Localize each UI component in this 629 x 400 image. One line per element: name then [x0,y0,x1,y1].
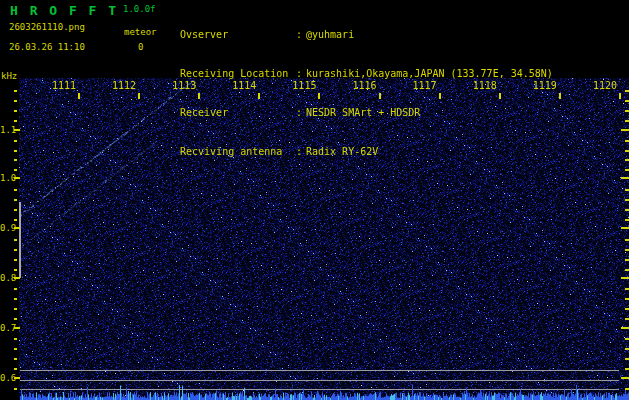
freq-tick-major [14,327,20,329]
freq-tick-minor [625,259,629,261]
freq-tick-minor [625,249,629,251]
app-title: H R O F F T [10,3,118,18]
info-value: Radix RY-62V [306,145,378,158]
freq-tick-minor [625,219,629,221]
info-separator: : [296,106,306,119]
freq-tick-major [621,227,629,229]
time-tick-label: 1117 [411,80,437,91]
time-tick-label: 1115 [290,80,316,91]
freq-tick-minor [14,150,17,152]
station-info-block: Ovserver:@yuhmari Receiving Location:kur… [180,2,553,184]
freq-tick-minor [14,368,17,370]
time-tick-label: 1120 [591,80,617,91]
freq-tick-major [621,129,629,131]
hrofft-window: H R O F F T 1.0.0f 2603261110.png meteor… [0,0,629,400]
info-label: Receiver [180,106,296,119]
time-tick [559,93,561,99]
time-tick [439,93,441,99]
info-separator: : [296,28,306,41]
freq-tick-minor [14,100,17,102]
freq-tick-label: 1.0 [0,173,13,183]
time-tick-label: 1118 [471,80,497,91]
freq-tick-minor [14,358,17,360]
freq-tick-minor [625,159,629,161]
freq-tick-minor [14,189,17,191]
freq-tick-label: 0.8 [0,273,13,283]
freq-tick-minor [14,120,17,122]
time-tick [78,93,80,99]
freq-tick-major [621,327,629,329]
info-row-antenna: Recviving antenna:Radix RY-62V [180,145,553,158]
time-tick-label: 1114 [230,80,256,91]
freq-tick-minor [14,298,17,300]
time-tick-label: 1116 [351,80,377,91]
freq-tick-minor [625,388,629,390]
freq-tick-minor [14,239,17,241]
freq-tick-major [621,277,629,279]
freq-tick-minor [14,209,17,211]
freq-tick-minor [625,318,629,320]
info-row-observer: Ovserver:@yuhmari [180,28,553,41]
freq-tick-minor [625,209,629,211]
time-tick-label: 1112 [110,80,136,91]
info-label: Receiving Location [180,67,296,80]
info-separator: : [296,145,306,158]
freq-tick-minor [14,348,17,350]
freq-tick-minor [625,288,629,290]
freq-tick-minor [14,199,17,201]
freq-tick-minor [625,140,629,142]
freq-tick-minor [625,120,629,122]
meteor-counter-value: 0 [138,42,143,52]
freq-tick-minor [625,90,629,92]
freq-tick-label: 0.7 [0,323,13,333]
time-tick-label: 1111 [50,80,76,91]
freq-tick-minor [625,169,629,171]
freq-tick-minor [625,239,629,241]
freq-tick-label: 0.9 [0,223,13,233]
time-tick [198,93,200,99]
freq-tick-minor [625,348,629,350]
freq-tick-minor [625,189,629,191]
info-separator: : [296,67,306,80]
time-tick-label: 1119 [531,80,557,91]
freq-tick-minor [625,150,629,152]
time-tick-label: 1113 [170,80,196,91]
info-value: @yuhmari [306,28,354,41]
freq-tick-minor [14,388,17,390]
info-label: Recviving antenna [180,145,296,158]
time-tick [499,93,501,99]
freq-tick-minor [625,199,629,201]
freq-tick-major [14,277,20,279]
freq-tick-minor [14,169,17,171]
freq-tick-label: 0.6 [0,373,13,383]
freq-tick-major [14,177,20,179]
info-label: Ovserver [180,28,296,41]
freq-tick-minor [14,318,17,320]
info-value: NESDR SMArt + HDSDR [306,106,420,119]
time-tick [138,93,140,99]
freq-tick-minor [14,259,17,261]
info-value: kurashiki,Okayama,JAPAN (133.77E, 34.58N… [306,67,553,80]
freq-tick-minor [625,110,629,112]
freq-tick-major [14,227,20,229]
time-tick [619,93,621,99]
freq-tick-minor [14,288,17,290]
meteor-counter-label: meteor [124,27,157,37]
freq-tick-minor [14,308,17,310]
freq-tick-label: 1.1 [0,125,13,135]
freq-tick-minor [625,298,629,300]
freq-tick-minor [14,249,17,251]
timestamp: 26.03.26 11:10 [9,42,85,52]
freq-tick-minor [625,368,629,370]
freq-tick-minor [625,100,629,102]
freq-tick-minor [625,308,629,310]
freq-tick-minor [14,90,17,92]
output-filename: 2603261110.png [9,22,85,32]
freq-tick-major [14,129,20,131]
time-tick [258,93,260,99]
freq-tick-minor [625,358,629,360]
app-version: 1.0.0f [123,4,156,14]
time-tick [379,93,381,99]
time-tick [318,93,320,99]
freq-tick-minor [14,338,17,340]
